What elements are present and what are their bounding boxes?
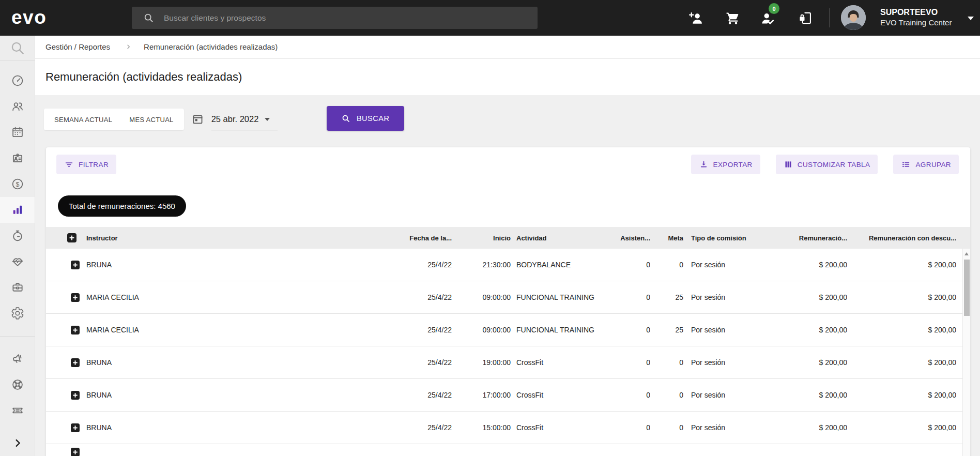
sidebar-item-dashboard[interactable] <box>0 68 35 94</box>
cell-rem: $ 200,00 <box>775 293 847 301</box>
row-expand-cell[interactable] <box>46 261 86 269</box>
table-row[interactable]: BRUNA25/4/2217:00:00CrossFit00Por sesión… <box>46 379 970 412</box>
customize-table-button[interactable]: CUSTOMIZAR TABLA <box>776 155 878 174</box>
column-header-tipo[interactable]: Tipo de comisión <box>683 234 775 242</box>
sidebar-item-services[interactable] <box>0 275 35 300</box>
search-submit-button[interactable]: BUSCAR <box>327 106 404 131</box>
column-header-actividad[interactable]: Actividad <box>511 234 606 242</box>
cell-actividad: CrossFit <box>511 391 606 399</box>
column-header-asisten[interactable]: Asisten... <box>606 234 650 242</box>
group-button[interactable]: AGRUPAR <box>893 155 959 174</box>
evo-app-window: evo 0 <box>0 0 980 456</box>
expand-plus-icon[interactable] <box>71 423 80 432</box>
add-client-icon[interactable] <box>688 10 703 26</box>
sidebar-item-settings[interactable] <box>0 300 35 326</box>
heart-pulse-icon <box>11 255 24 268</box>
expand-plus-icon[interactable] <box>71 391 80 400</box>
current-month-button[interactable]: MES ACTUAL <box>129 116 173 124</box>
user-menu[interactable]: SUPORTEEVO EVO Training Center <box>880 7 952 27</box>
sidebar-item-schedule[interactable] <box>0 119 35 145</box>
row-expand-cell[interactable] <box>46 358 86 367</box>
cell-instructor: BRUNA <box>86 391 377 399</box>
row-expand-cell[interactable] <box>46 326 86 335</box>
sidebar-item-marketing[interactable] <box>0 346 35 372</box>
column-header-rem[interactable]: Remuneració... <box>775 234 847 242</box>
table-row[interactable]: BRUNA25/4/2219:00:00CrossFit00Por sesión… <box>46 346 970 379</box>
row-expand-cell[interactable] <box>46 423 86 432</box>
group-button-label: AGRUPAR <box>915 161 951 169</box>
expand-plus-icon[interactable] <box>71 293 80 302</box>
export-button-label: EXPORTAR <box>713 161 753 169</box>
scrollbar-thumb[interactable] <box>964 260 970 316</box>
user-avatar[interactable] <box>841 5 866 30</box>
column-header-inicio[interactable]: Inicio <box>452 234 511 242</box>
export-button[interactable]: EXPORTAR <box>691 155 760 174</box>
table-scrollbar[interactable] <box>962 249 970 456</box>
expand-plus-icon[interactable] <box>71 448 80 456</box>
cell-remdesc: $ 200,00 <box>847 293 962 301</box>
row-expand-cell[interactable] <box>46 391 86 400</box>
cell-remdesc: $ 200,00 <box>847 326 962 334</box>
finance-dollar-icon: $ <box>11 177 24 191</box>
cell-actividad: CrossFit <box>511 423 606 432</box>
table-row[interactable]: BRUNA25/4/2221:30:00BODYBALANCE00Por ses… <box>46 249 970 281</box>
sidebar-item-fitness[interactable] <box>0 249 35 275</box>
cell-meta: 0 <box>650 391 683 399</box>
date-picker-field[interactable]: 25 abr. 2022 <box>211 109 278 130</box>
global-search-box[interactable] <box>132 7 538 29</box>
breadcrumb-section[interactable]: Gestión / Reportes <box>45 42 110 51</box>
sidebar-item-clients[interactable] <box>0 94 35 119</box>
expand-plus-icon[interactable] <box>71 261 80 269</box>
column-header-fecha[interactable]: Fecha de la... <box>377 234 452 242</box>
column-header-meta[interactable]: Meta <box>650 234 683 242</box>
scrollbar-up-arrow[interactable] <box>963 250 970 257</box>
column-header-instructor[interactable]: Instructor <box>86 234 377 242</box>
cell-asisten: 0 <box>606 423 650 432</box>
download-icon <box>699 160 709 170</box>
filter-button[interactable]: FILTRAR <box>56 155 116 174</box>
sidebar-item-search[interactable] <box>0 36 35 60</box>
cell-meta: 0 <box>650 261 683 269</box>
cell-actividad: CrossFit <box>511 358 606 367</box>
cell-actividad: BODYBALANCE <box>511 261 606 269</box>
sidebar-item-reports[interactable] <box>0 197 35 223</box>
sidebar-item-activities[interactable] <box>0 372 35 398</box>
sidebar-item-tickets[interactable] <box>0 398 35 423</box>
current-week-button[interactable]: SEMANA ACTUAL <box>54 116 112 124</box>
sidebar-item-staff-badge[interactable] <box>0 145 35 171</box>
sidebar-nav: $ <box>0 36 35 456</box>
cell-remdesc: $ 200,00 <box>847 358 962 367</box>
table-row[interactable]: MARIA CECILIA25/4/2209:00:00FUNCIONAL TR… <box>46 281 970 314</box>
search-icon <box>143 12 154 23</box>
row-expand-cell[interactable] <box>46 444 86 456</box>
sidebar-item-finance[interactable]: $ <box>0 171 35 197</box>
evo-logo[interactable]: evo <box>11 5 47 29</box>
expand-all-plus-icon[interactable] <box>67 233 76 242</box>
calendar-icon-wrap[interactable] <box>192 113 204 127</box>
sidebar-expand-toggle[interactable] <box>0 437 35 449</box>
cell-meta: 0 <box>650 358 683 367</box>
cell-actividad: FUNCIONAL TRAINING <box>511 326 606 334</box>
title-bar: Remuneración (actividades realizadas) <box>35 59 980 95</box>
table-row[interactable] <box>46 444 970 456</box>
cell-fecha: 25/4/22 <box>377 423 452 432</box>
date-filter-row: SEMANA ACTUAL MES ACTUAL 25 abr. 2022 <box>44 106 404 131</box>
cart-icon[interactable] <box>725 10 740 26</box>
expand-plus-icon[interactable] <box>71 358 80 367</box>
cell-inicio: 09:00:00 <box>452 326 511 334</box>
global-search-input[interactable] <box>163 13 538 23</box>
device-lock-icon[interactable] <box>798 10 813 26</box>
user-menu-caret-icon[interactable] <box>968 17 974 20</box>
date-value: 25 abr. 2022 <box>211 114 259 124</box>
calendar-icon <box>192 113 204 125</box>
sidebar-item-timer[interactable] <box>0 223 35 249</box>
top-bar: evo 0 <box>0 0 980 36</box>
expand-plus-icon[interactable] <box>71 326 80 335</box>
main-content: Gestión / Reportes Remuneración (activid… <box>35 36 980 456</box>
table-row[interactable]: MARIA CECILIA25/4/2209:00:00FUNCIONAL TR… <box>46 314 970 346</box>
table-row[interactable]: BRUNA25/4/2215:00:00CrossFit00Por sesión… <box>46 412 970 444</box>
row-expand-cell[interactable] <box>46 293 86 302</box>
cell-asisten: 0 <box>606 326 650 334</box>
column-header-remdesc[interactable]: Remuneración con descu... <box>847 234 962 242</box>
search-icon <box>341 114 351 124</box>
